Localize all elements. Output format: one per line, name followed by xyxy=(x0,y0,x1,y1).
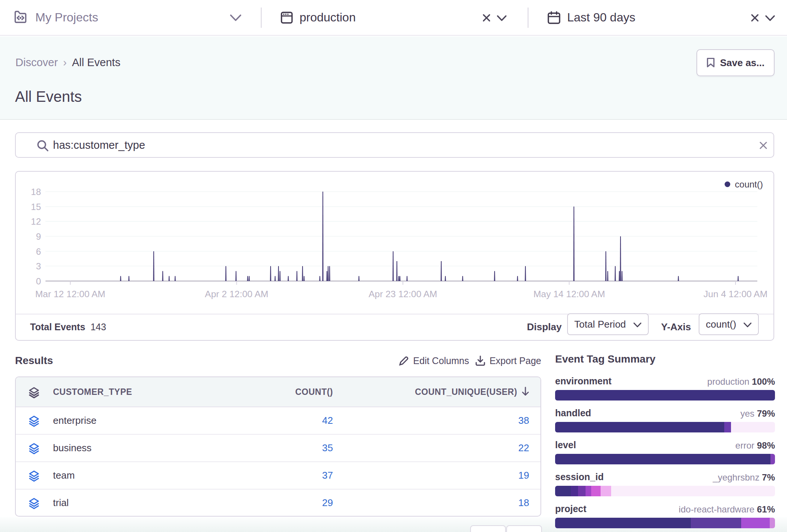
svg-text:12: 12 xyxy=(31,216,41,227)
svg-text:18: 18 xyxy=(31,187,41,197)
svg-text:Mar 12 12:00 AM: Mar 12 12:00 AM xyxy=(35,289,106,299)
svg-text:Apr 23 12:00 AM: Apr 23 12:00 AM xyxy=(369,289,437,299)
svg-text:6: 6 xyxy=(36,246,41,257)
svg-text:Jun 4 12:00 AM: Jun 4 12:00 AM xyxy=(704,289,767,299)
svg-text:Apr 2 12:00 AM: Apr 2 12:00 AM xyxy=(205,289,268,299)
svg-text:0: 0 xyxy=(36,276,41,286)
svg-text:9: 9 xyxy=(36,231,41,242)
svg-text:15: 15 xyxy=(31,202,41,212)
svg-text:May 14 12:00 AM: May 14 12:00 AM xyxy=(533,289,605,299)
svg-text:3: 3 xyxy=(36,261,41,271)
